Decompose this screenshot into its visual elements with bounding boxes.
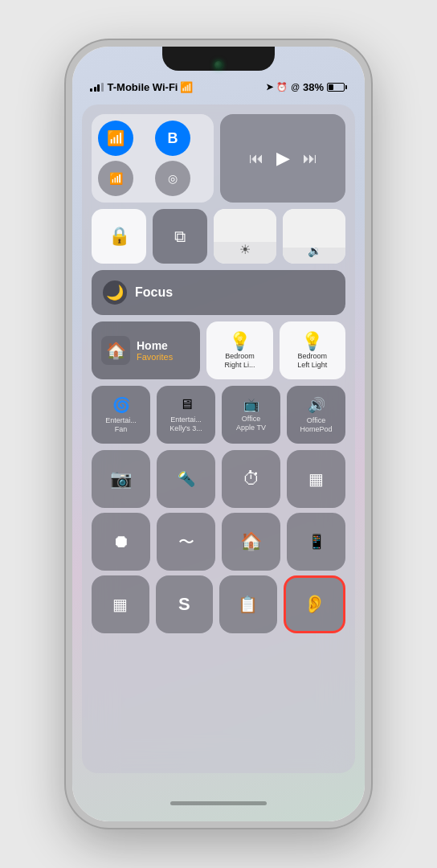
media-prev-button[interactable]: ⏮ [249,150,263,167]
home-text: Home Favorites [137,339,173,362]
notes-icon: 📋 [238,595,258,614]
flashlight-button[interactable]: 🔦 [157,450,215,508]
fan-label: Entertai...Fan [105,416,137,434]
signal-bar-4 [101,83,104,92]
fan-icon: 🌀 [112,396,130,414]
home-indicator [170,801,267,805]
qr-scanner-button[interactable]: ▦ [92,575,149,633]
calculator-icon: ▦ [308,469,324,489]
battery-percent: 38% [303,81,324,93]
row-focus: 🌙 Focus [92,270,345,315]
row-accessories: 🌀 Entertai...Fan 🖥 Entertai...Kelly's 3.… [92,386,345,444]
power-button[interactable] [368,191,371,248]
bedroom-right-icon: 💡 [229,331,251,352]
media-controls: ⏮ ▶ ⏭ [249,148,317,169]
phone-frame: T-Mobile Wi-Fi 📶 ➤ ⏰ @ 38% [66,40,371,828]
battery-icon [327,83,347,92]
camera-dot [214,61,223,69]
signal-bar-1 [90,88,92,92]
row-tools-1: 📷 🔦 ⏱ ▦ [92,450,345,506]
bluetooth-button[interactable]: B [155,121,190,156]
remote-button[interactable]: 📱 [287,513,345,571]
cellular-symbol: 📶 [109,172,123,185]
bluetooth-symbol: B [168,130,178,147]
row-tools-2: ⏺ 〜 🏠 📱 [92,513,345,569]
connectivity-group: 📶 B 📶 ◎ [92,114,214,203]
calculator-button[interactable]: ▦ [287,450,345,508]
row-home: 🏠 Home Favorites 💡 BedroomRight Li... 💡 … [92,321,345,379]
location-icon: ➤ [266,82,273,92]
row-connectivity-media: 📶 B 📶 ◎ ⏮ ▶ [92,114,345,203]
monitor-icon: 🖥 [179,396,194,413]
volume-down-button[interactable] [66,268,69,316]
screen-record-button[interactable]: ⏺ [92,513,150,571]
office-appletv-button[interactable]: 📺 OfficeApple TV [222,386,280,444]
wifi-button[interactable]: 📶 [98,121,133,156]
homepod-label: OfficeHomePod [300,416,332,434]
qr-icon: ▦ [112,595,128,614]
entertain-kelly-button[interactable]: 🖥 Entertai...Kelly's 3... [157,386,215,444]
focus-label: Focus [135,285,173,300]
status-bar: T-Mobile Wi-Fi 📶 ➤ ⏰ @ 38% [72,76,365,98]
volume-icon: 🔉 [308,244,321,257]
shazam-button[interactable]: S [156,575,214,633]
home-app-icon: 🏠 [240,531,262,552]
mute-button[interactable] [66,167,69,195]
sound-recognition-button[interactable]: 〜 [157,513,215,571]
camera-button[interactable]: 📷 [92,450,150,508]
carrier-label: T-Mobile Wi-Fi [108,81,178,93]
cellular-button[interactable]: 📶 [98,161,133,196]
timer-button[interactable]: ⏱ [222,450,280,508]
timer-icon: ⏱ [243,469,260,489]
airdrop-button[interactable]: ◎ [155,161,190,196]
control-center: 📶 B 📶 ◎ ⏮ ▶ [82,104,355,773]
hearing-icon: 👂 [304,594,325,615]
notes-button[interactable]: 📋 [219,575,277,633]
alarm-icon: ⏰ [276,82,288,92]
phone-screen: T-Mobile Wi-Fi 📶 ➤ ⏰ @ 38% [72,47,365,821]
bedroom-right-label: BedroomRight Li... [225,352,255,370]
homepod-icon: 🔊 [308,396,325,414]
wifi-symbol: 📶 [107,129,125,147]
media-next-button[interactable]: ⏭ [303,150,317,167]
media-group: ⏮ ▶ ⏭ [220,114,345,203]
screen-mirror-button[interactable]: ⧉ [153,209,207,264]
signal-bar-2 [94,87,96,92]
hearing-button[interactable]: 👂 [284,575,346,633]
entertain-fan-button[interactable]: 🌀 Entertai...Fan [92,386,150,444]
signal-bar-3 [97,84,100,92]
kelly-label: Entertai...Kelly's 3... [169,416,202,433]
bedroom-left-icon: 💡 [301,331,323,352]
bedroom-left-light-button[interactable]: 💡 BedroomLeft Light [280,321,345,379]
bedroom-right-light-button[interactable]: 💡 BedroomRight Li... [206,321,272,379]
signal-bars [90,83,104,92]
bedroom-left-label: BedroomLeft Light [297,352,327,370]
screen-mirror-icon: ⧉ [174,227,186,246]
volume-up-button[interactable] [66,207,69,256]
volume-slider[interactable]: 🔉 [283,209,345,264]
office-homepod-button[interactable]: 🔊 OfficeHomePod [287,386,345,444]
focus-button[interactable]: 🌙 Focus [92,270,345,315]
home-app-button[interactable]: 🏠 [222,513,280,571]
airdrop-symbol: ◎ [168,172,178,185]
home-button[interactable]: 🏠 Home Favorites [92,321,200,379]
rotation-lock-icon: 🔒 [108,226,130,247]
row-tiles: 🔒 ⧉ ☀ 🔉 [92,209,345,264]
wifi-icon: 📶 [180,81,193,93]
row-tools-3: ▦ S 📋 👂 [92,575,345,632]
media-play-button[interactable]: ▶ [276,148,290,169]
rotation-icon: @ [291,82,300,92]
appletv-label: OfficeApple TV [236,415,266,432]
notch [162,47,275,71]
home-label: Home [137,339,173,352]
rotation-lock-button[interactable]: 🔒 [92,209,146,264]
remote-icon: 📱 [308,533,325,551]
sound-recognition-icon: 〜 [178,531,194,553]
screen-record-icon: ⏺ [112,531,130,552]
home-icon: 🏠 [101,336,130,365]
home-sublabel: Favorites [137,352,173,362]
flashlight-icon: 🔦 [178,470,195,488]
brightness-slider[interactable]: ☀ [214,209,276,264]
brightness-icon: ☀ [239,242,251,257]
status-left: T-Mobile Wi-Fi 📶 [90,81,193,93]
